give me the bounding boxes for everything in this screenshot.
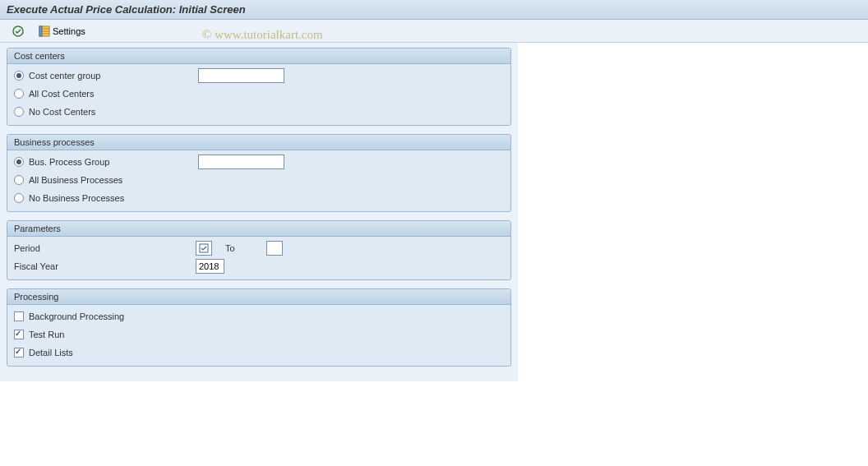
input-bp-group[interactable] — [198, 155, 284, 169]
group-header-cost-centers: Cost centers — [7, 48, 510, 64]
input-fiscal-year[interactable] — [196, 259, 224, 274]
checkbox-background[interactable] — [14, 311, 24, 321]
label-testrun: Test Run — [29, 330, 193, 339]
page-title: Execute Actual Price Calculation: Initia… — [7, 3, 246, 16]
radio-cc-none[interactable] — [14, 107, 24, 117]
label-cc-all: All Cost Centers — [29, 89, 193, 99]
execute-icon — [12, 25, 25, 38]
label-period: Period — [14, 243, 191, 253]
label-bp-none: No Business Processes — [29, 193, 193, 203]
radio-cc-all[interactable] — [14, 89, 24, 99]
checkbox-detail[interactable] — [14, 348, 24, 358]
input-period-to[interactable] — [266, 241, 283, 256]
label-background: Background Processing — [29, 311, 193, 321]
label-to: To — [225, 243, 235, 253]
content-area: Cost centers Cost center group All Cost … — [0, 43, 518, 381]
label-bp-group: Bus. Process Group — [29, 157, 193, 167]
radio-bp-none[interactable] — [14, 193, 24, 203]
svg-rect-5 — [39, 26, 42, 36]
group-business-processes: Business processes Bus. Process Group Al… — [7, 134, 511, 212]
group-parameters: Parameters Period To Fiscal Year — [7, 220, 511, 280]
label-cc-none: No Cost Centers — [29, 107, 193, 117]
radio-bp-all[interactable] — [14, 175, 24, 185]
input-cc-group[interactable] — [198, 68, 284, 83]
settings-label: Settings — [53, 26, 85, 36]
settings-button[interactable]: Settings — [35, 24, 89, 39]
settings-icon — [38, 25, 51, 38]
group-header-processing: Processing — [7, 289, 510, 305]
group-processing: Processing Background Processing Test Ru… — [7, 288, 511, 367]
label-cc-group: Cost center group — [29, 71, 193, 81]
group-cost-centers: Cost centers Cost center group All Cost … — [7, 48, 511, 126]
title-bar: Execute Actual Price Calculation: Initia… — [0, 0, 868, 20]
toolbar: Settings — [0, 20, 868, 43]
svg-rect-6 — [200, 244, 208, 252]
label-fiscal-year: Fiscal Year — [14, 261, 191, 271]
execute-button[interactable] — [8, 24, 28, 39]
group-header-bp: Business processes — [7, 135, 510, 150]
label-detail: Detail Lists — [29, 348, 193, 358]
checkbox-testrun[interactable] — [14, 330, 24, 339]
group-header-parameters: Parameters — [7, 221, 510, 237]
radio-bp-group[interactable] — [14, 157, 24, 167]
required-icon — [199, 243, 209, 253]
input-period-from[interactable] — [196, 241, 212, 256]
radio-cc-group[interactable] — [14, 71, 24, 81]
label-bp-all: All Business Processes — [29, 175, 193, 185]
